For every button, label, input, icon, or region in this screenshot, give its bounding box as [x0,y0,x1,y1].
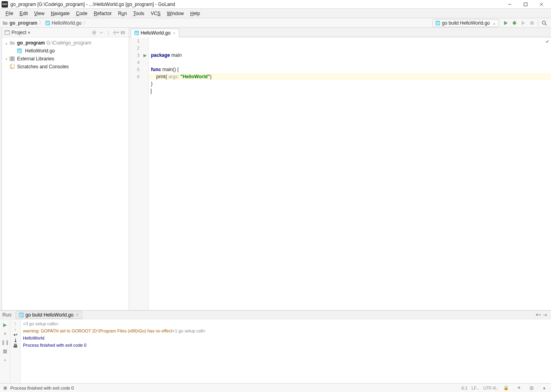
scroll-end-button[interactable]: ⤓ [14,338,17,343]
chevron-down-icon[interactable]: ⌄ [4,40,9,46]
line-number: 3 [129,52,139,59]
tree-external-libraries[interactable]: › External Libraries [2,55,129,63]
stop-button[interactable] [528,19,536,27]
run-config-selector[interactable]: go go build HelloWorld.go ⌄ [433,19,499,27]
go-file-icon: go [45,21,50,25]
menu-tools[interactable]: Tools [130,9,147,18]
app-icon: GO [2,1,8,8]
stop-button[interactable]: ■ [1,330,9,338]
menu-view[interactable]: View [31,9,48,18]
lock-icon[interactable]: 🔒 [503,385,510,390]
folder-icon [9,40,15,46]
close-button[interactable] [534,0,549,9]
go-build-icon: go [19,313,24,317]
menu-window[interactable]: Window [164,9,187,18]
breadcrumb-file[interactable]: go HelloWorld.go [45,20,81,26]
hide-button[interactable] [119,29,126,36]
console-line: <1 go setup call> [172,328,206,333]
tool-windows-icon[interactable]: ▣ [2,385,9,390]
chevron-right-icon[interactable]: › [4,56,9,62]
menu-run[interactable]: Run [115,9,130,18]
window-title: go_program [G:\Code\go_program] - ...\He… [10,2,502,7]
soft-wrap-button[interactable]: ↩ [14,332,17,338]
tree-root-path: G:\Code\go_program [46,40,91,46]
search-button[interactable] [540,19,549,27]
breadcrumb-root[interactable]: go_program [2,20,37,26]
run-tab-label: go build HelloWorld.go [25,312,73,318]
down-button[interactable]: ↓ [14,326,17,332]
project-header-label[interactable]: Project ▾ [4,30,91,35]
run-side-toolbar-1: ▶ ■ ❚❚ ▦ » [0,319,10,383]
maximize-button[interactable] [518,0,534,9]
ide-settings-icon[interactable]: ✶ [515,385,522,390]
go-build-icon: go [435,21,440,25]
locate-button[interactable] [91,29,98,36]
svg-point-9 [542,21,545,24]
run-header: Run: go go build HelloWorld.go × ✶▾ ⇥ [0,311,551,319]
memory-indicator-icon[interactable]: ▥ [528,385,535,390]
project-tool-window: Project ▾ | ▾ ⌄ go_program G:\Code\go_pr… [2,28,129,310]
chevron-down-icon: ⌄ [492,20,496,26]
hide-icon[interactable]: ⇥ [541,312,549,318]
run-button[interactable] [501,19,510,27]
run-gutter-icon[interactable]: ▶ [143,52,147,59]
line-number: 6 [129,73,139,80]
file-encoding[interactable]: UTF-8⌄ [483,386,499,390]
menu-vcs[interactable]: VCS [147,9,164,18]
run-tab[interactable]: go go build HelloWorld.go × [15,311,82,319]
run-header-label: Run: [2,312,12,318]
tree-root[interactable]: ⌄ go_program G:\Code\go_program [2,39,129,47]
console-output[interactable]: <3 go setup calls> warning: GOPATH set t… [21,319,551,383]
svg-rect-20 [12,56,13,61]
rerun-button[interactable]: ▶ [1,321,9,329]
line-separator[interactable]: LF⌄ [472,386,479,390]
libraries-icon [9,56,15,62]
menu-edit[interactable]: Edit [16,9,31,18]
menu-code[interactable]: Code [73,9,91,18]
project-tree[interactable]: ⌄ go_program G:\Code\go_program go Hello… [2,37,129,310]
close-tab-icon[interactable]: × [76,312,79,318]
svg-point-15 [114,32,116,33]
settings-icon[interactable]: ✶▾ [534,312,541,318]
menu-help[interactable]: Help [187,9,203,18]
toolbar-divider: | [105,29,112,36]
debug-button[interactable] [510,19,519,27]
code-area[interactable]: package main func main() { print( args: … [149,37,551,310]
tree-file[interactable]: go HelloWorld.go [2,47,129,55]
line-number: 2 [129,44,139,52]
tree-file-label: HelloWorld.go [25,48,55,54]
print-button[interactable]: 🖶 [13,343,18,349]
menu-refactor[interactable]: Refactor [91,9,115,18]
svg-rect-21 [14,56,14,61]
go-file-icon: go [134,31,139,35]
settings-button[interactable]: ▾ [112,29,119,36]
editor-tab[interactable]: go HelloWorld.go × [131,29,179,37]
cursor-position[interactable]: 6:1 [462,386,468,390]
line-number: 5 [129,66,139,73]
svg-rect-8 [530,21,534,25]
expand-button[interactable]: » [1,356,9,364]
notifications-icon[interactable]: ● [541,386,548,390]
up-button[interactable]: ↑ [14,321,17,326]
titlebar: GO go_program [G:\Code\go_program] - ...… [0,0,551,9]
expand-all-button[interactable] [98,29,105,36]
menu-file[interactable]: File [2,9,16,18]
toolbar-right: go go build HelloWorld.go ⌄ [433,19,551,27]
svg-point-14 [94,32,95,33]
line-number: 1 [129,37,139,44]
editor[interactable]: 1 2 3 4 5 6 ▶ package main func main() {… [129,37,551,310]
toolbar-divider [538,20,538,26]
svg-rect-12 [5,31,10,32]
go-file-icon: go [17,48,22,53]
chevron-down-icon: ▾ [28,30,30,35]
line-number: 4 [129,59,139,66]
tree-scratches[interactable]: Scratches and Consoles [2,63,129,71]
close-tab-icon[interactable]: × [173,31,175,35]
minimize-button[interactable] [502,0,518,9]
pause-button[interactable]: ❚❚ [1,338,9,346]
menu-navigate[interactable]: Navigate [48,9,73,18]
tree-scratches-label: Scratches and Consoles [17,64,69,70]
run-coverage-button[interactable] [519,19,528,27]
breadcrumb-sep-icon: 〉 [39,19,44,26]
layout-button[interactable]: ▦ [1,347,9,355]
